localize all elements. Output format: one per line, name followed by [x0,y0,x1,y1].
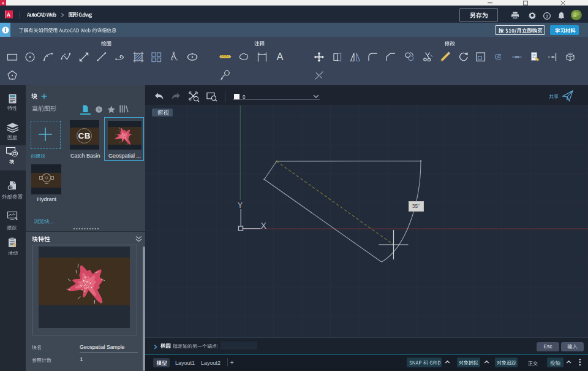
svg-text:X: X [261,221,267,231]
svg-text:?: ? [546,13,549,18]
svg-text:Y: Y [238,201,243,210]
